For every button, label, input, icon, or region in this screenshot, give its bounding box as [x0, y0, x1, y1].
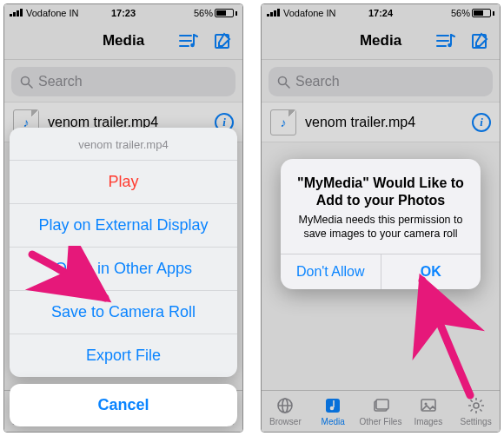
svg-point-3	[190, 43, 195, 47]
tab-media[interactable]: Media	[309, 391, 357, 432]
file-list: ♪ venom trailer.mp4 i	[262, 102, 500, 142]
battery-icon	[472, 9, 491, 17]
svg-point-5	[22, 76, 30, 84]
search-placeholder: Search	[295, 74, 340, 89]
alert-deny-button[interactable]: Don't Allow	[281, 254, 381, 289]
svg-rect-38	[376, 400, 388, 409]
phone-left: Vodafone IN 17:23 56% Media Search ♪ ven…	[3, 3, 243, 433]
svg-line-6	[29, 84, 32, 88]
svg-line-47	[480, 409, 481, 411]
compose-icon[interactable]	[470, 31, 491, 50]
sheet-item-play[interactable]: Play	[10, 160, 237, 203]
permission-alert: "MyMedia" Would Like to Add to your Phot…	[281, 159, 481, 289]
sheet-item-external[interactable]: Play on External Display	[10, 203, 237, 247]
video-file-icon: ♪	[270, 109, 296, 135]
search-input[interactable]: Search	[11, 67, 235, 96]
tab-label: Settings	[461, 417, 492, 426]
tab-label: Browser	[269, 417, 302, 426]
tab-settings[interactable]: Settings	[452, 391, 500, 432]
battery-icon	[215, 9, 234, 17]
tab-images[interactable]: Images	[404, 391, 452, 432]
playlist-icon[interactable]	[178, 31, 199, 50]
svg-line-48	[470, 409, 472, 411]
clock: 17:24	[262, 8, 500, 18]
tab-bar: Browser Media Other Files Images Setting…	[262, 390, 500, 432]
search-icon	[277, 76, 290, 89]
tab-other-files[interactable]: Other Files	[357, 391, 405, 432]
tab-browser[interactable]: Browser	[262, 391, 309, 432]
nav-bar: Media	[4, 22, 242, 60]
tab-label: Media	[322, 417, 345, 426]
status-bar: Vodafone IN 17:23 56%	[4, 4, 242, 22]
alert-allow-button[interactable]: OK	[381, 254, 481, 289]
phone-right: Vodafone IN 17:24 56% Media Search ♪ ven…	[261, 3, 501, 433]
file-name: venom trailer.mp4	[305, 115, 463, 130]
sheet-item-save-camera-roll[interactable]: Save to Camera Roll	[10, 290, 237, 334]
svg-point-30	[279, 76, 287, 84]
tab-label: Images	[414, 417, 442, 426]
tab-label: Other Files	[360, 417, 402, 426]
playlist-icon[interactable]	[435, 31, 456, 50]
file-row[interactable]: ♪ venom trailer.mp4 i	[262, 102, 500, 142]
svg-point-41	[474, 403, 479, 408]
alert-message: MyMedia needs this permission to save im…	[293, 213, 468, 241]
svg-point-28	[448, 43, 452, 47]
compose-icon[interactable]	[213, 31, 234, 50]
clock: 17:23	[4, 8, 242, 18]
search-input[interactable]: Search	[269, 67, 493, 96]
svg-line-31	[286, 84, 289, 88]
sheet-title: venom trailer.mp4	[10, 128, 237, 160]
svg-line-46	[470, 400, 472, 402]
sheet-item-export[interactable]: Export File	[10, 334, 237, 377]
svg-point-36	[330, 406, 335, 411]
nav-bar: Media	[262, 22, 500, 60]
sheet-cancel-button[interactable]: Cancel	[10, 384, 237, 426]
status-bar: Vodafone IN 17:24 56%	[262, 4, 500, 22]
search-icon	[20, 76, 33, 89]
svg-line-49	[480, 400, 481, 402]
info-icon[interactable]: i	[472, 113, 491, 132]
action-sheet: venom trailer.mp4 Play Play on External …	[10, 128, 237, 426]
alert-title: "MyMedia" Would Like to Add to your Phot…	[293, 175, 468, 209]
svg-rect-35	[326, 399, 340, 413]
sheet-item-open-in[interactable]: Open in Other Apps	[10, 247, 237, 290]
search-placeholder: Search	[38, 74, 83, 89]
